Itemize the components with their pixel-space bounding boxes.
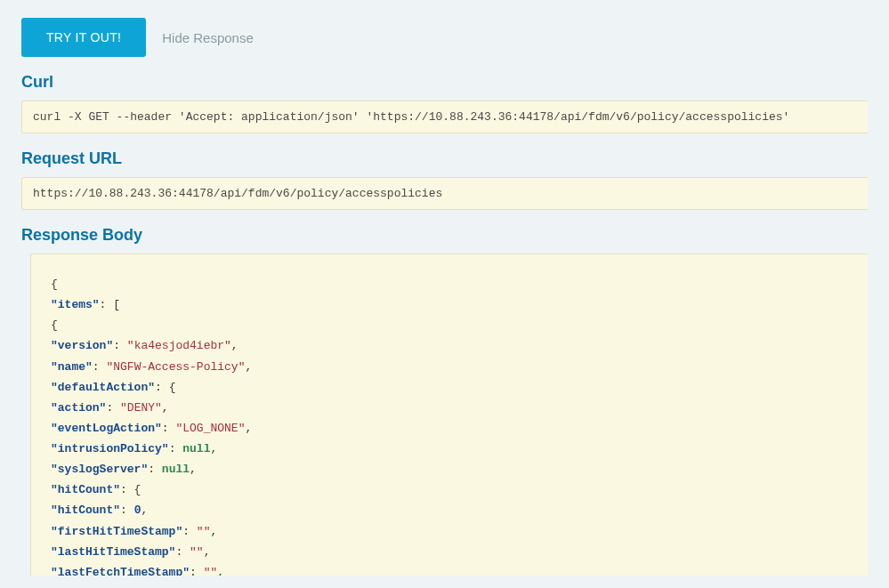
json-line: "lastFetchTimeStamp": "", — [51, 562, 848, 576]
json-line: { — [51, 315, 848, 335]
request-url-code-box: https://10.88.243.36:44178/api/fdm/v6/po… — [21, 177, 868, 210]
json-line: "hitCount": 0, — [51, 500, 848, 520]
try-it-out-button[interactable]: TRY IT OUT! — [21, 18, 146, 57]
json-line: "items": [ — [51, 294, 848, 315]
json-line: "firstHitTimeStamp": "", — [51, 521, 848, 542]
json-line: "intrusionPolicy": null, — [51, 439, 848, 459]
json-line: "defaultAction": { — [51, 377, 848, 398]
json-line: "eventLogAction": "LOG_NONE", — [51, 418, 848, 439]
json-line: "version": "ka4esjod4iebr", — [51, 335, 848, 356]
json-line: "name": "NGFW-Access-Policy", — [51, 357, 848, 377]
hide-response-link[interactable]: Hide Response — [162, 30, 254, 45]
json-line: { — [51, 274, 848, 294]
request-url-section-header: Request URL — [21, 149, 868, 168]
json-line: "lastHitTimeStamp": "", — [51, 542, 848, 562]
curl-section-header: Curl — [21, 73, 868, 92]
json-line: "action": "DENY", — [51, 398, 848, 418]
response-body-code-box: { "items": [ { "version": "ka4esjod4iebr… — [30, 254, 868, 576]
json-line: "syslogServer": null, — [51, 459, 848, 479]
curl-code-box: curl -X GET --header 'Accept: applicatio… — [21, 101, 868, 133]
response-body-section-header: Response Body — [21, 226, 868, 245]
json-line: "hitCount": { — [51, 479, 848, 500]
action-row: TRY IT OUT! Hide Response — [21, 18, 868, 57]
